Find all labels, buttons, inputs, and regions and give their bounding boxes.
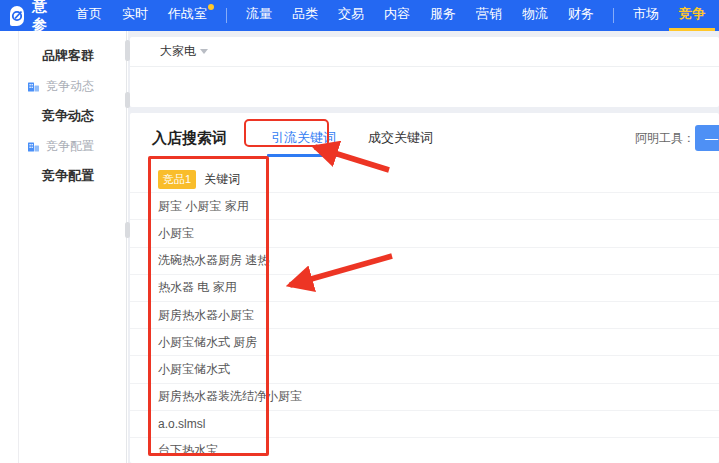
table-row[interactable]: 热水器 电 家用 (130, 275, 719, 302)
keyword-table: 竞品1 关键词 厨宝 小厨宝 家用 小厨宝 洗碗热水器厨房 速热 热水器 电 家… (130, 166, 719, 463)
category-dropdown-value: 大家电 (160, 43, 196, 60)
keyword-cell: 小厨宝储水式 厨房 (158, 334, 257, 351)
top-navbar: 生意参谋 首页 实时 作战室 流量 品类 交易 内容 服务 营销 (0, 0, 719, 31)
sidebar-item[interactable]: 竞争配置 (0, 131, 126, 161)
keyword-cell: 厨房热水器小厨宝 (158, 307, 254, 324)
scrollbar-mark (125, 40, 130, 61)
table-row[interactable]: 厨宝 小厨宝 家用 (130, 193, 719, 220)
keyword-cell: 厨房热水器装洗结净小厨宝 (158, 388, 302, 405)
keyword-cell: 厨宝 小厨宝 家用 (158, 198, 249, 215)
category-dropdown[interactable]: 大家电 (160, 43, 208, 60)
competitor-badge: 竞品1 (158, 170, 196, 189)
keyword-table-header: 竞品1 关键词 (130, 166, 719, 193)
table-row[interactable]: 厨房热水器装洗结净小厨宝 (130, 384, 719, 411)
sidebar-item-label: 竞争配置 (46, 138, 94, 155)
nav-item[interactable]: 财务 (558, 0, 604, 31)
panel-header: 入店搜索词 引流关键词 成交关键词 阿明工具： — (130, 113, 719, 154)
table-row[interactable]: 台下热水宝 (130, 438, 719, 463)
keyword-column-header: 关键词 (204, 171, 240, 188)
keyword-cell: a.o.slmsl (158, 417, 205, 431)
keyword-cell: 洗碗热水器厨房 速热 (158, 252, 269, 269)
table-row[interactable]: 小厨宝储水式 (130, 356, 719, 383)
category-filter-row: 大家电 (130, 37, 719, 67)
scrollbar-mark (125, 222, 130, 238)
keyword-tabs: 引流关键词 成交关键词 (269, 125, 463, 151)
nav-item[interactable]: 服务 (420, 0, 466, 31)
table-row[interactable]: 洗碗热水器厨房 速热 (130, 248, 719, 275)
nav-item[interactable]: 首页 (66, 0, 112, 31)
keyword-tab[interactable]: 引流关键词 (269, 125, 338, 151)
building-icon (27, 140, 40, 152)
sidebar-item-label: 竞争动态 (42, 107, 94, 125)
nav-item[interactable] (226, 8, 227, 23)
sycm-logo-icon (10, 6, 24, 26)
sidebar-item[interactable]: 品牌客群 (0, 41, 126, 71)
keyword-cell: 台下热水宝 (158, 442, 218, 459)
scrollbar-mark (125, 92, 130, 108)
table-row[interactable]: 厨房热水器小厨宝 (130, 302, 719, 329)
sidebar: 品牌客群 竞争动态 (0, 31, 127, 463)
keyword-cell: 小厨宝储水式 (158, 361, 230, 378)
sidebar-item-label: 竞争动态 (46, 78, 94, 95)
nav-item[interactable]: 市场 (623, 0, 669, 31)
tools-button[interactable]: — (695, 125, 719, 151)
sidebar-item[interactable]: 竞争动态 (0, 71, 126, 101)
sidebar-item[interactable]: 竞争配置 (0, 161, 126, 191)
date-axis (130, 67, 719, 77)
brand-name: 生意参谋 (32, 0, 54, 54)
keyword-rows: 厨宝 小厨宝 家用 小厨宝 洗碗热水器厨房 速热 热水器 电 家用 厨房热水器小… (130, 193, 719, 463)
chevron-down-icon (200, 49, 208, 54)
sidebar-item[interactable]: 竞争动态 (0, 101, 126, 131)
building-icon (27, 80, 40, 92)
nav-item[interactable]: 物流 (512, 0, 558, 31)
notification-dot-icon (208, 4, 214, 10)
nav-menu: 首页 实时 作战室 流量 品类 交易 内容 服务 营销 物流 财务 (66, 0, 719, 31)
nav-item[interactable]: 竞争 (669, 0, 715, 31)
sidebar-menu: 品牌客群 竞争动态 (0, 41, 126, 191)
app-window: 生意参谋 首页 实时 作战室 流量 品类 交易 内容 服务 营销 (0, 0, 719, 463)
table-row[interactable]: 小厨宝储水式 厨房 (130, 329, 719, 356)
trend-chart-card: 大家电 (130, 37, 719, 107)
keyword-cell: 热水器 电 家用 (158, 279, 237, 296)
panel-title: 入店搜索词 (152, 129, 227, 148)
nav-item[interactable]: 作战室 (158, 0, 217, 31)
nav-item[interactable]: 营销 (466, 0, 512, 31)
keyword-cell: 小厨宝 (158, 225, 194, 242)
nav-item[interactable]: 内容 (374, 0, 420, 31)
nav-item[interactable]: 交易 (328, 0, 374, 31)
search-keywords-card: 入店搜索词 引流关键词 成交关键词 阿明工具： — 竞品1 关键词 厨宝 小厨宝… (130, 113, 719, 463)
brand[interactable]: 生意参谋 (0, 0, 54, 31)
table-row[interactable]: a.o.slmsl (130, 411, 719, 438)
nav-item[interactable]: 流量 (236, 0, 282, 31)
nav-item[interactable]: 实时 (112, 0, 158, 31)
table-row[interactable]: 小厨宝 (130, 220, 719, 247)
tools-label: 阿明工具： (635, 130, 695, 147)
nav-item[interactable] (613, 8, 614, 23)
nav-item[interactable]: 品类 (282, 0, 328, 31)
sidebar-item-label: 竞争配置 (42, 167, 94, 185)
keyword-tab[interactable]: 成交关键词 (366, 125, 435, 151)
